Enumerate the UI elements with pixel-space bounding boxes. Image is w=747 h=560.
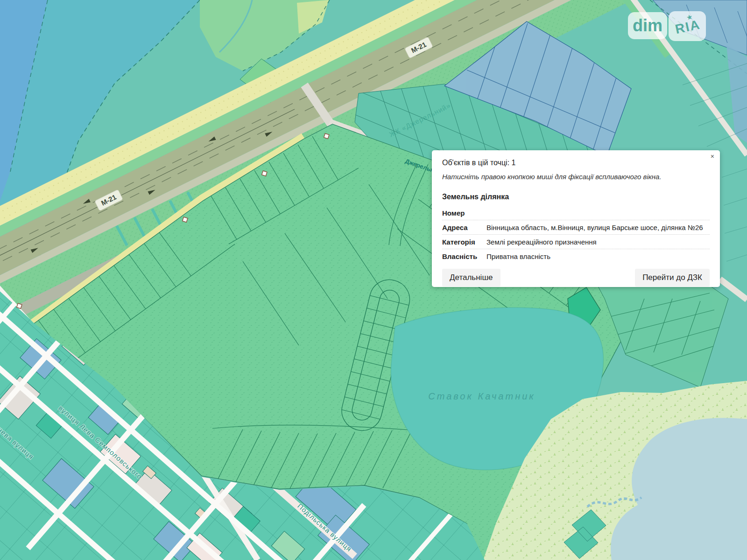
cadastral-map-page: Ставок Качатник — [0, 0, 747, 560]
close-icon[interactable]: × — [711, 153, 714, 160]
go-to-dzk-button[interactable]: Перейти до ДЗК — [635, 269, 710, 287]
map-popup: × Об'єктів в цій точці: 1 Натисніть прав… — [432, 150, 720, 287]
table-row-vlasnist: Власність Приватна власність — [442, 249, 710, 263]
table-row-adresa: Адреса Вінницька область, м.Вінниця, вул… — [442, 220, 710, 235]
popup-section-title: Земельнs ділянка — [442, 193, 710, 201]
parcel-info-table: Номер Адреса Вінницька область, м.Вінниц… — [442, 206, 710, 263]
popup-objects-count: Об'єктів в цій точці: 1 — [442, 159, 710, 167]
ria-logo-box: ★ RIA — [669, 11, 706, 41]
table-row-nomer: Номер — [442, 206, 710, 220]
details-button[interactable]: Детальніше — [442, 269, 500, 287]
lake-label: Ставок Качатник — [428, 391, 535, 401]
ria-logo-text: RIA — [674, 17, 702, 37]
dim-logo-text: dim — [628, 12, 667, 39]
popup-hint: Натисніть правою кнопкою миші для фіксац… — [442, 173, 710, 181]
dim-ria-logo: dim ★ RIA — [628, 12, 706, 41]
table-row-kategoriya: Категорія Землі рекреаційного призначенн… — [442, 235, 710, 249]
